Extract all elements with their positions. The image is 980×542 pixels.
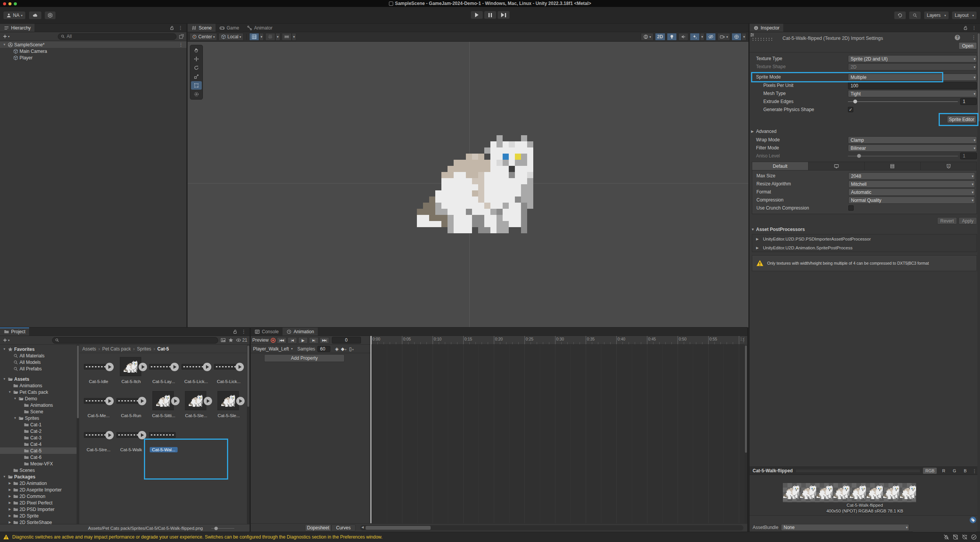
foldout-arrow[interactable]: ▼ bbox=[2, 347, 7, 351]
use-crunch-checkbox[interactable] bbox=[848, 205, 854, 211]
save-search-icon[interactable] bbox=[228, 337, 234, 343]
generate-physics-shape-checkbox[interactable]: ✓ bbox=[848, 107, 853, 112]
cache-disabled-icon[interactable] bbox=[952, 534, 959, 540]
preview-menu-button[interactable]: ⋮ bbox=[972, 468, 977, 474]
hierarchy-search-input[interactable] bbox=[67, 34, 174, 39]
project-folder-cat-1[interactable]: Cat-1 bbox=[0, 421, 77, 428]
hidden-objects-toggle[interactable] bbox=[706, 33, 716, 41]
scene-audio-toggle[interactable] bbox=[678, 33, 688, 41]
asset-item-cat-5-sle-[interactable]: Cat-5-Sle... bbox=[180, 390, 212, 424]
foldout-arrow[interactable]: ▼ bbox=[2, 43, 7, 46]
aniso-level-input[interactable]: 1 bbox=[960, 152, 977, 159]
grid-visibility-toggle[interactable] bbox=[249, 33, 259, 41]
postprocessors-foldout[interactable]: ▼ Asset PostProcessors bbox=[750, 226, 980, 233]
add-event-button[interactable]: ◆₊ bbox=[341, 346, 347, 352]
search-by-type-icon[interactable] bbox=[220, 337, 226, 343]
play-preview-button[interactable] bbox=[235, 363, 244, 371]
play-animation-button[interactable]: ▶ bbox=[298, 337, 308, 344]
account-dropdown[interactable]: NA▾ bbox=[3, 11, 26, 20]
asset-item-cat-5-idle[interactable]: Cat-5-Idle bbox=[82, 355, 115, 390]
wrap-mode-dropdown[interactable]: Clamp bbox=[848, 136, 977, 144]
transform-tool-button[interactable] bbox=[191, 90, 202, 98]
asset-item-cat-5-sle-[interactable]: Cat-5-Sle... bbox=[212, 390, 245, 424]
project-folder-all-models[interactable]: All Models bbox=[0, 359, 77, 365]
open-button[interactable]: Open bbox=[959, 42, 977, 49]
asset-item-cat-5-itch[interactable]: Cat-5-Itch bbox=[115, 355, 147, 390]
autorefresh-disabled-icon[interactable] bbox=[962, 534, 968, 540]
project-folder-packages[interactable]: ▼Packages bbox=[0, 473, 77, 480]
first-key-button[interactable]: |◀◀ bbox=[277, 337, 286, 344]
rotate-tool-button[interactable] bbox=[191, 64, 202, 72]
tab-project[interactable]: Project bbox=[0, 327, 29, 336]
project-folder-favorites[interactable]: ▼Favorites bbox=[0, 346, 77, 352]
play-preview-button[interactable] bbox=[203, 363, 211, 371]
asset-bundle-dropdown[interactable]: None bbox=[781, 524, 909, 531]
project-folder-2d-common[interactable]: ▶2D Common bbox=[0, 493, 77, 499]
project-folder-2d-sprite[interactable]: ▶2D Sprite bbox=[0, 513, 77, 519]
scene-lighting-toggle[interactable] bbox=[667, 33, 677, 41]
curves-button[interactable]: Curves bbox=[331, 524, 356, 531]
project-tree-scrollbar[interactable] bbox=[77, 345, 79, 524]
project-folder-cat-5[interactable]: Cat-5 bbox=[0, 447, 77, 454]
prev-key-button[interactable]: |◀ bbox=[287, 337, 297, 344]
preview-drag-handle[interactable] bbox=[796, 470, 920, 472]
tab-scene[interactable]: Scene bbox=[188, 24, 216, 32]
samples-input[interactable]: 60 bbox=[317, 346, 330, 352]
project-folder-2d-spriteshape[interactable]: ▶2D SpriteShape bbox=[0, 519, 77, 524]
project-folder-pet-cats-pack[interactable]: ▼Pet Cats pack bbox=[0, 389, 77, 395]
add-marker-button[interactable]: ▯₊ bbox=[349, 346, 354, 352]
filter-mode-dropdown[interactable]: Bilinear bbox=[848, 144, 977, 152]
2d-toggle[interactable]: 2D bbox=[655, 33, 665, 41]
tab-animator[interactable]: Animator bbox=[243, 24, 276, 32]
camera-settings-button[interactable]: ▾ bbox=[717, 33, 730, 41]
timeline-content[interactable] bbox=[371, 345, 745, 523]
next-key-button[interactable]: ▶| bbox=[309, 337, 318, 344]
grid-visibility-dropdown[interactable]: ▾ bbox=[259, 33, 264, 41]
add-keyframe-button[interactable]: ◈ bbox=[335, 346, 338, 352]
play-preview-button[interactable] bbox=[138, 431, 146, 439]
breadcrumb-segment[interactable]: Assets bbox=[82, 346, 96, 352]
services-button[interactable] bbox=[44, 11, 56, 20]
clip-dropdown[interactable]: Player_Walk_Left▾ bbox=[253, 346, 293, 352]
foldout-arrow[interactable]: ▶ bbox=[8, 514, 12, 517]
advanced-foldout[interactable]: ▶ Advanced bbox=[750, 128, 980, 135]
project-lock-icon[interactable] bbox=[232, 329, 238, 334]
foldout-arrow[interactable]: ▼ bbox=[13, 416, 17, 420]
timeline-ruler[interactable]: 0:000:050:100:150:200:250:300:350:400:45… bbox=[371, 336, 745, 345]
project-folder-2d-animation[interactable]: ▶2D Animation bbox=[0, 480, 77, 486]
channel-g-button[interactable]: G bbox=[951, 468, 959, 474]
timeline-menu-button[interactable]: ⋮ bbox=[741, 337, 746, 343]
project-folder-cat-6[interactable]: Cat-6 bbox=[0, 454, 77, 460]
compression-dropdown[interactable]: Normal Quality bbox=[848, 196, 975, 204]
tab-inspector[interactable]: Inspector bbox=[750, 24, 783, 32]
extrude-edges-input[interactable]: 1 bbox=[960, 98, 977, 105]
play-preview-button[interactable] bbox=[105, 363, 114, 371]
tool-handle-pivot-dropdown[interactable]: Center▾ bbox=[189, 33, 217, 41]
play-preview-button[interactable] bbox=[139, 363, 147, 371]
pause-button[interactable] bbox=[484, 11, 497, 19]
hierarchy-item-player[interactable]: Player bbox=[0, 54, 186, 61]
scene-picker-icon[interactable] bbox=[179, 34, 184, 39]
layout-dropdown[interactable]: Layout▾ bbox=[952, 11, 977, 20]
asset-item-cat-5-run[interactable]: Cat-5-Run bbox=[115, 390, 147, 424]
layers-dropdown[interactable]: Layers▾ bbox=[924, 11, 949, 20]
inspector-lock-icon[interactable] bbox=[963, 25, 968, 31]
project-folder-cat-2[interactable]: Cat-2 bbox=[0, 428, 77, 434]
tab-game[interactable]: Game bbox=[216, 24, 243, 32]
scale-tool-button[interactable] bbox=[191, 72, 202, 81]
project-folder-all-materials[interactable]: All Materials bbox=[0, 352, 77, 359]
texture-type-dropdown[interactable]: Sprite (2D and UI) bbox=[848, 55, 977, 62]
tab-animation[interactable]: Animation bbox=[283, 327, 318, 336]
effects-toggle[interactable] bbox=[690, 33, 700, 41]
play-button[interactable] bbox=[470, 11, 483, 19]
project-folder-scenes[interactable]: Scenes bbox=[0, 467, 77, 473]
platform-tab-default[interactable]: Default bbox=[752, 162, 808, 170]
hierarchy-create-button[interactable]: ▾ bbox=[2, 34, 10, 39]
foldout-arrow[interactable]: ▼ bbox=[2, 377, 7, 381]
step-button[interactable] bbox=[497, 11, 510, 19]
timeline-hscrollbar[interactable]: ◀ bbox=[360, 525, 743, 531]
foldout-arrow[interactable]: ▶ bbox=[8, 488, 12, 491]
add-property-button[interactable]: Add Property bbox=[264, 354, 345, 362]
asset-item-cat-5-walk[interactable]: Cat-5-Walk bbox=[115, 424, 147, 458]
sprite-mode-dropdown[interactable]: Multiple bbox=[848, 74, 977, 81]
